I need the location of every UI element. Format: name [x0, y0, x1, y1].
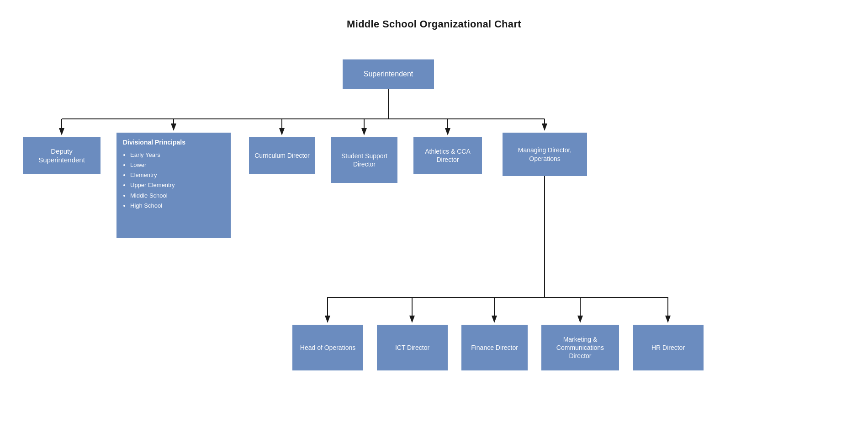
finance-director-box: Finance Director: [461, 325, 528, 370]
curriculum-director-box: Curriculum Director: [249, 137, 315, 174]
list-item: High School: [130, 201, 175, 211]
divisional-title: Divisional Principals: [123, 138, 185, 146]
managing-director-box: Managing Director, Operations: [503, 133, 587, 176]
list-item: Elementry: [130, 170, 175, 180]
list-item: Upper Elementry: [130, 180, 175, 190]
ict-director-box: ICT Director: [377, 325, 448, 370]
deputy-superintendent-box: Deputy Superintendent: [23, 137, 101, 174]
divisional-principals-box: Divisional Principals Early Years Lower …: [116, 133, 231, 238]
list-item: Lower: [130, 160, 175, 170]
divisional-list: Early Years Lower Elementry Upper Elemen…: [123, 150, 175, 211]
superintendent-box: Superintendent: [343, 59, 434, 89]
chart-title: Middle School Organizational Chart: [0, 0, 868, 30]
list-item: Middle School: [130, 191, 175, 201]
athletics-cca-director-box: Athletics & CCA Director: [413, 137, 482, 174]
head-of-operations-box: Head of Operations: [292, 325, 363, 370]
marketing-communications-director-box: Marketing & Communications Director: [541, 325, 619, 370]
list-item: Early Years: [130, 150, 175, 160]
org-chart: Middle School Organizational Chart: [0, 0, 868, 445]
hr-director-box: HR Director: [633, 325, 704, 370]
student-support-director-box: Student Support Director: [331, 137, 397, 183]
